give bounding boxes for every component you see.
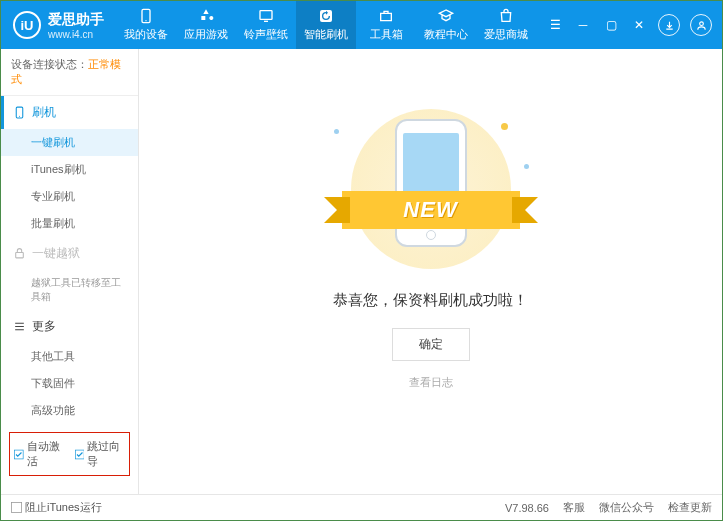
- sidebar: 设备连接状态：正常模式 刷机 一键刷机 iTunes刷机 专业刷机 批量刷机 一…: [1, 49, 139, 494]
- brand-title: 爱思助手: [48, 11, 104, 29]
- svg-rect-3: [264, 21, 268, 22]
- close-icon[interactable]: ✕: [630, 16, 648, 34]
- sidebar-item-batch-flash[interactable]: 批量刷机: [1, 210, 138, 237]
- svg-rect-2: [260, 11, 272, 20]
- user-button[interactable]: [690, 14, 712, 36]
- nav-apps[interactable]: 应用游戏: [176, 1, 236, 49]
- svg-rect-8: [16, 252, 24, 257]
- check-update-link[interactable]: 检查更新: [668, 500, 712, 515]
- nav-toolbox[interactable]: 工具箱: [356, 1, 416, 49]
- highlighted-options: 自动激活 跳过向导: [9, 432, 130, 476]
- brand-block: iU 爱思助手 www.i4.cn: [1, 11, 116, 40]
- apps-icon: [197, 8, 215, 24]
- download-button[interactable]: [658, 14, 680, 36]
- svg-point-1: [145, 20, 146, 21]
- main-pane: NEW 恭喜您，保资料刷机成功啦！ 确定 查看日志: [139, 49, 722, 494]
- success-message: 恭喜您，保资料刷机成功啦！: [333, 291, 528, 310]
- version-label: V7.98.66: [505, 502, 549, 514]
- success-illustration: NEW: [326, 109, 536, 269]
- svg-point-5: [699, 21, 703, 25]
- minimize-icon[interactable]: ─: [574, 16, 592, 34]
- phone-icon: [137, 8, 155, 24]
- main-nav: 我的设备 应用游戏 铃声壁纸 智能刷机 工具箱 教程中心 爱思商城: [116, 1, 536, 49]
- sidebar-item-oneclick-flash[interactable]: 一键刷机: [1, 129, 138, 156]
- toolbox-icon: [377, 8, 395, 24]
- refresh-icon: [317, 8, 335, 24]
- list-icon: [13, 320, 26, 333]
- section-more[interactable]: 更多: [1, 310, 138, 343]
- footer: 阻止iTunes运行 V7.98.66 客服 微信公众号 检查更新: [1, 494, 722, 520]
- nav-flash[interactable]: 智能刷机: [296, 1, 356, 49]
- logo-icon: iU: [13, 11, 41, 39]
- sidebar-item-pro-flash[interactable]: 专业刷机: [1, 183, 138, 210]
- maximize-icon[interactable]: ▢: [602, 16, 620, 34]
- section-flash[interactable]: 刷机: [1, 96, 138, 129]
- confirm-button[interactable]: 确定: [392, 328, 470, 361]
- nav-my-device[interactable]: 我的设备: [116, 1, 176, 49]
- customer-service-link[interactable]: 客服: [563, 500, 585, 515]
- section-jailbreak[interactable]: 一键越狱: [1, 237, 138, 270]
- sidebar-item-itunes-flash[interactable]: iTunes刷机: [1, 156, 138, 183]
- wallpaper-icon: [257, 8, 275, 24]
- jailbreak-note: 越狱工具已转移至工具箱: [1, 270, 138, 310]
- graduation-icon: [437, 8, 455, 24]
- wechat-link[interactable]: 微信公众号: [599, 500, 654, 515]
- ribbon-text: NEW: [403, 197, 457, 223]
- sidebar-item-advanced[interactable]: 高级功能: [1, 397, 138, 424]
- brand-url: www.i4.cn: [48, 29, 104, 40]
- lock-icon: [13, 247, 26, 260]
- checkbox-skip-guide[interactable]: 跳过向导: [75, 439, 126, 469]
- checkbox-auto-activate[interactable]: 自动激活: [14, 439, 65, 469]
- sidebar-item-other-tools[interactable]: 其他工具: [1, 343, 138, 370]
- sidebar-item-download-firmware[interactable]: 下载固件: [1, 370, 138, 397]
- checkbox-block-itunes[interactable]: 阻止iTunes运行: [11, 500, 102, 515]
- svg-rect-12: [11, 502, 21, 512]
- nav-store[interactable]: 爱思商城: [476, 1, 536, 49]
- menu-icon[interactable]: ☰: [546, 16, 564, 34]
- view-log-link[interactable]: 查看日志: [409, 375, 453, 390]
- device-block[interactable]: iPhone 12 mini 64GB Down-12mini-13,1: [1, 484, 138, 494]
- svg-point-7: [19, 116, 20, 117]
- titlebar: iU 爱思助手 www.i4.cn 我的设备 应用游戏 铃声壁纸 智能刷机 工具…: [1, 1, 722, 49]
- window-controls: ☰ ─ ▢ ✕: [536, 14, 722, 36]
- nav-ringtones[interactable]: 铃声壁纸: [236, 1, 296, 49]
- store-icon: [497, 8, 515, 24]
- phone-icon: [13, 106, 26, 119]
- nav-tutorials[interactable]: 教程中心: [416, 1, 476, 49]
- connection-status: 设备连接状态：正常模式: [1, 49, 138, 96]
